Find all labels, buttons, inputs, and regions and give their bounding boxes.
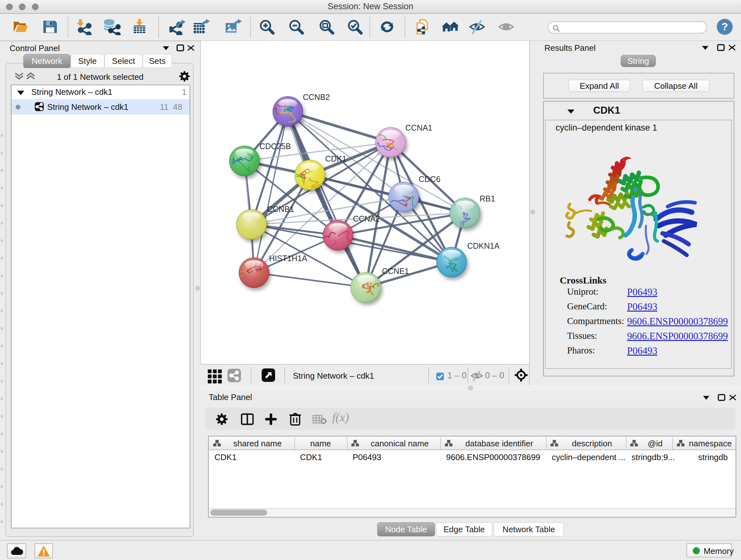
svg-text:CCNE1: CCNE1 <box>382 266 409 275</box>
svg-text:CDKN1A: CDKN1A <box>467 241 500 250</box>
svg-text:CDC6: CDC6 <box>419 175 441 184</box>
svg-text:?: ? <box>722 20 728 33</box>
svg-text:RB1: RB1 <box>480 194 495 203</box>
svg-text:CCNA1: CCNA1 <box>405 123 432 132</box>
svg-text:HIST1H1A: HIST1H1A <box>269 254 307 263</box>
svg-text:CDK1: CDK1 <box>325 154 347 163</box>
svg-text:CCNA2: CCNA2 <box>353 214 380 223</box>
svg-text:CDC25B: CDC25B <box>259 142 291 151</box>
svg-text:CCNB1: CCNB1 <box>267 205 294 213</box>
svg-text:CCNB2: CCNB2 <box>303 92 330 102</box>
